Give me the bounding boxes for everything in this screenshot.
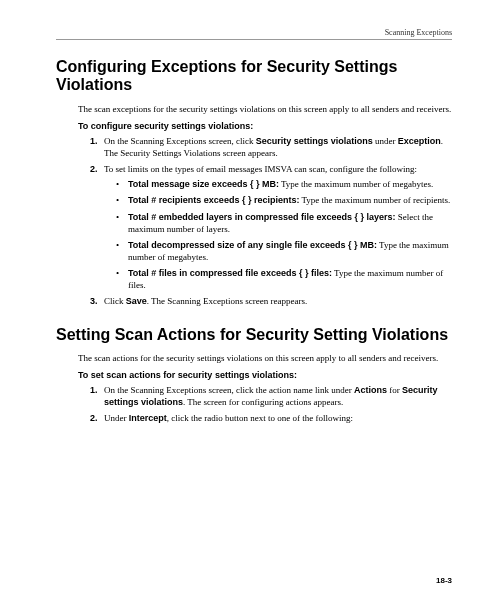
bullet-text: Type the maximum number of recipients.: [299, 195, 450, 205]
step-item: Click Save. The Scanning Exceptions scre…: [100, 295, 452, 307]
steps-list-1: On the Scanning Exceptions screen, click…: [78, 135, 452, 308]
page-number: 18-3: [436, 576, 452, 585]
bold-term: Total # embedded layers in compressed fi…: [128, 212, 395, 222]
step-item: On the Scanning Exceptions screen, click…: [100, 384, 452, 408]
bold-term: Security settings violations: [256, 136, 373, 146]
bold-term: Intercept: [129, 413, 167, 423]
step-text: Click: [104, 296, 126, 306]
step-item: To set limits on the types of email mess…: [100, 163, 452, 291]
step-text: . The screen for configuring actions app…: [183, 397, 343, 407]
bullet-list: Total message size exceeds { } MB: Type …: [116, 178, 452, 291]
step-text: To set limits on the types of email mess…: [104, 164, 417, 174]
section-intro-2: The scan actions for the security settin…: [78, 352, 452, 364]
section-intro-1: The scan exceptions for the security set…: [78, 103, 452, 115]
step-text: for: [387, 385, 402, 395]
step-text: under: [373, 136, 398, 146]
bold-term: Total # files in compressed file exceeds…: [128, 268, 332, 278]
procedure-heading-2: To set scan actions for security setting…: [78, 370, 452, 380]
step-item: On the Scanning Exceptions screen, click…: [100, 135, 452, 159]
step-text: On the Scanning Exceptions screen, click…: [104, 385, 354, 395]
bullet-item: Total decompressed size of any single fi…: [116, 239, 452, 263]
step-item: Under Intercept, click the radio button …: [100, 412, 452, 424]
step-text: , click the radio button next to one of …: [167, 413, 353, 423]
step-text: On the Scanning Exceptions screen, click: [104, 136, 256, 146]
bullet-item: Total # recipients exceeds { } recipient…: [116, 194, 452, 206]
document-page: Scanning Exceptions Configuring Exceptio…: [0, 0, 500, 607]
bold-term: Actions: [354, 385, 387, 395]
page-header: Scanning Exceptions: [56, 28, 452, 40]
bullet-text: Type the maximum number of megabytes.: [279, 179, 433, 189]
bullet-item: Total message size exceeds { } MB: Type …: [116, 178, 452, 190]
section-title-2: Setting Scan Actions for Security Settin…: [56, 326, 452, 344]
bold-term: Total decompressed size of any single fi…: [128, 240, 377, 250]
section-title-1: Configuring Exceptions for Security Sett…: [56, 58, 452, 95]
bullet-item: Total # files in compressed file exceeds…: [116, 267, 452, 291]
bold-term: Save: [126, 296, 147, 306]
step-text: Under: [104, 413, 129, 423]
bold-term: Exception: [398, 136, 441, 146]
step-text: . The Scanning Exceptions screen reappea…: [147, 296, 308, 306]
steps-list-2: On the Scanning Exceptions screen, click…: [78, 384, 452, 424]
bullet-item: Total # embedded layers in compressed fi…: [116, 211, 452, 235]
bold-term: Total message size exceeds { } MB:: [128, 179, 279, 189]
procedure-heading-1: To configure security settings violation…: [78, 121, 452, 131]
bold-term: Total # recipients exceeds { } recipient…: [128, 195, 299, 205]
